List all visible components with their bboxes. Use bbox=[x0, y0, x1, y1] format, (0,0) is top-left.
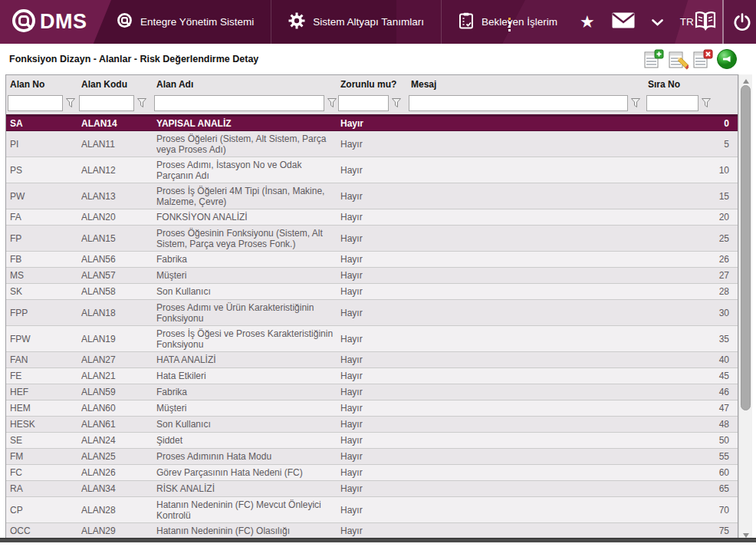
grid-header-row: Alan No Alan Kodu Alan Adı Zorunlu mu? M… bbox=[6, 75, 738, 92]
table-row[interactable]: OCCALAN29Hatanın Nedeninin (FC) Olasılığ… bbox=[6, 523, 738, 539]
mail-icon[interactable] bbox=[612, 12, 635, 31]
table-row[interactable]: HESKALAN61Son KullanıcıHayır48 bbox=[6, 417, 738, 433]
cell-alan-kodu: ALAN15 bbox=[77, 232, 153, 245]
table-row[interactable]: PIALAN11Proses Öğeleri (Sistem, Alt Sist… bbox=[6, 131, 738, 157]
table-row[interactable]: FPPALAN18Proses Adımı ve Ürün Karakteris… bbox=[6, 300, 738, 326]
table-row[interactable]: FPWALAN19Proses İş Öğesi ve Proses Karak… bbox=[6, 326, 738, 352]
cell-sira-no: 45 bbox=[645, 369, 735, 383]
menu-item-entegre-yonetim-sistemi[interactable]: Entegre Yönetim Sistemi bbox=[100, 0, 271, 44]
cell-zorunlu: Hayır bbox=[337, 285, 407, 298]
cell-alan-no: FAN bbox=[6, 353, 77, 367]
cell-mesaj bbox=[407, 274, 645, 277]
filter-funnel-icon[interactable] bbox=[137, 98, 146, 108]
edit-record-icon[interactable] bbox=[667, 48, 689, 70]
topbar-quick-icons: ★ TR bbox=[580, 0, 694, 44]
cell-alan-no: FC bbox=[6, 466, 77, 479]
table-row[interactable]: RAALAN34RİSK ANALİZİHayır65 bbox=[6, 481, 738, 497]
cell-alan-no: SK bbox=[6, 285, 77, 298]
column-header-alan-adi[interactable]: Alan Adı bbox=[153, 75, 337, 92]
column-header-alan-no[interactable]: Alan No bbox=[6, 75, 77, 92]
filter-input-alan-no[interactable] bbox=[8, 95, 63, 111]
cell-mesaj bbox=[407, 374, 645, 377]
table-row[interactable]: FEALAN21Hata EtkileriHayır45 bbox=[6, 368, 738, 384]
cell-mesaj bbox=[407, 455, 645, 458]
filter-funnel-icon[interactable] bbox=[66, 98, 75, 108]
filter-input-alan-adi[interactable] bbox=[154, 95, 324, 111]
scrollbar-thumb[interactable] bbox=[741, 85, 751, 410]
table-row[interactable]: FBALAN56FabrikaHayır26 bbox=[6, 252, 738, 268]
breadcrumb-bar: Fonksiyon Dizayn - Alanlar - Risk Değerl… bbox=[0, 44, 756, 74]
cell-alan-kodu: ALAN59 bbox=[77, 385, 153, 399]
cell-alan-adi: RİSK ANALİZİ bbox=[153, 482, 337, 496]
cell-alan-adi: Proses İş Öğesi ve Proses Karakteristiği… bbox=[153, 327, 337, 351]
filter-input-sira-no[interactable] bbox=[646, 95, 698, 111]
favorites-star-icon[interactable]: ★ bbox=[580, 14, 595, 31]
logout-power-icon[interactable] bbox=[732, 12, 752, 35]
column-header-sira-no[interactable]: Sıra No bbox=[645, 75, 735, 92]
qdms-logo[interactable]: DMS bbox=[11, 0, 87, 44]
filter-input-alan-kodu[interactable] bbox=[79, 95, 134, 111]
cell-mesaj bbox=[407, 169, 645, 172]
language-selector[interactable]: TR bbox=[680, 16, 694, 28]
cell-alan-no: HEM bbox=[6, 401, 77, 415]
filter-input-zorunlu-mu[interactable] bbox=[338, 95, 389, 111]
new-record-icon[interactable] bbox=[643, 48, 664, 70]
menu-item-label: Sistem Altyapı Tanımları bbox=[313, 16, 424, 28]
filter-funnel-icon[interactable] bbox=[631, 98, 640, 108]
vertical-scrollbar[interactable] bbox=[738, 74, 752, 542]
cell-sira-no: 25 bbox=[645, 232, 735, 245]
cell-mesaj bbox=[407, 487, 645, 490]
cell-alan-kodu: ALAN19 bbox=[77, 332, 153, 346]
table-row[interactable]: PSALAN12Proses Adımı, İstasyon No ve Oda… bbox=[6, 157, 738, 183]
table-row[interactable]: PWALAN13Proses İş Öğeleri 4M Tipi (İnsan… bbox=[6, 183, 738, 209]
table-row[interactable]: SEALAN24ŞiddetHayır50 bbox=[6, 433, 738, 449]
cell-sira-no: 35 bbox=[645, 332, 735, 346]
cell-sira-no: 50 bbox=[645, 433, 735, 447]
cell-alan-adi: Proses Öğeleri (Sistem, Alt Sistem, Parç… bbox=[153, 132, 337, 157]
cell-zorunlu: Hayır bbox=[337, 306, 407, 320]
table-row[interactable]: FAALAN20FONKSİYON ANALİZİHayır20 bbox=[6, 209, 738, 226]
gear-icon bbox=[288, 12, 305, 32]
table-row[interactable]: FANALAN27HATA ANALİZİHayır40 bbox=[6, 352, 738, 368]
filter-funnel-icon[interactable] bbox=[392, 98, 401, 108]
cell-alan-no: HESK bbox=[6, 417, 77, 431]
table-row[interactable]: MSALAN57MüşteriHayır27 bbox=[6, 268, 738, 284]
column-header-zorunlu-mu[interactable]: Zorunlu mu? bbox=[337, 75, 407, 92]
table-row[interactable]: FMALAN25Proses Adımının Hata ModuHayır55 bbox=[6, 449, 738, 465]
cell-mesaj bbox=[407, 195, 645, 198]
cell-sira-no: 47 bbox=[645, 401, 735, 415]
delete-record-icon[interactable] bbox=[692, 48, 713, 70]
table-row[interactable]: HEMALAN60MüşteriHayır47 bbox=[6, 400, 738, 417]
cell-alan-kodu: ALAN24 bbox=[77, 433, 153, 447]
back-icon[interactable] bbox=[716, 48, 738, 70]
cell-mesaj bbox=[407, 290, 645, 293]
chevron-down-icon[interactable] bbox=[652, 15, 663, 29]
table-row[interactable]: CPALAN28Hatanın Nedeninin (FC) Mevcut Ön… bbox=[6, 497, 738, 523]
menu-item-sistem-altyapi-tanimlari[interactable]: Sistem Altyapı Tanımları bbox=[271, 0, 441, 44]
help-book-icon[interactable] bbox=[694, 11, 717, 35]
cell-alan-no: HEF bbox=[6, 385, 77, 399]
menu-item-label: Bekleyen İşlerim bbox=[482, 16, 557, 28]
cell-sira-no: 0 bbox=[645, 117, 735, 130]
cell-zorunlu: Hayır bbox=[337, 466, 407, 479]
cell-alan-adi: HATA ANALİZİ bbox=[153, 353, 337, 367]
cell-alan-kodu: ALAN61 bbox=[77, 417, 153, 431]
filter-funnel-icon[interactable] bbox=[327, 98, 337, 108]
table-row[interactable]: FCALAN26Görev Parçasının Hata Nedeni (FC… bbox=[6, 465, 738, 481]
cell-alan-no: CP bbox=[6, 503, 77, 517]
cell-alan-adi: Proses Adımı, İstasyon No ve Odak Parçan… bbox=[153, 158, 337, 183]
column-header-alan-kodu[interactable]: Alan Kodu bbox=[77, 75, 153, 92]
cell-alan-adi: Fabrika bbox=[153, 252, 337, 266]
column-header-mesaj[interactable]: Mesaj bbox=[407, 75, 645, 92]
cell-zorunlu: Hayır bbox=[337, 524, 407, 538]
table-row[interactable]: SAALAN14YAPISAL ANALİZHayır0 bbox=[6, 117, 738, 131]
table-row[interactable]: HEFALAN59FabrikaHayır46 bbox=[6, 384, 738, 400]
filter-funnel-icon[interactable] bbox=[702, 98, 711, 108]
filter-input-mesaj[interactable] bbox=[409, 95, 628, 111]
data-grid: Alan No Alan Kodu Alan Adı Zorunlu mu? M… bbox=[5, 74, 738, 542]
cell-sira-no: 5 bbox=[645, 137, 735, 151]
cell-mesaj bbox=[407, 143, 645, 146]
table-row[interactable]: SKALAN58Son KullanıcıHayır28 bbox=[6, 284, 738, 300]
table-row[interactable]: FPALAN15Proses Öğesinin Fonksiyonu (Sist… bbox=[6, 226, 738, 252]
cell-alan-no: RA bbox=[6, 482, 77, 496]
